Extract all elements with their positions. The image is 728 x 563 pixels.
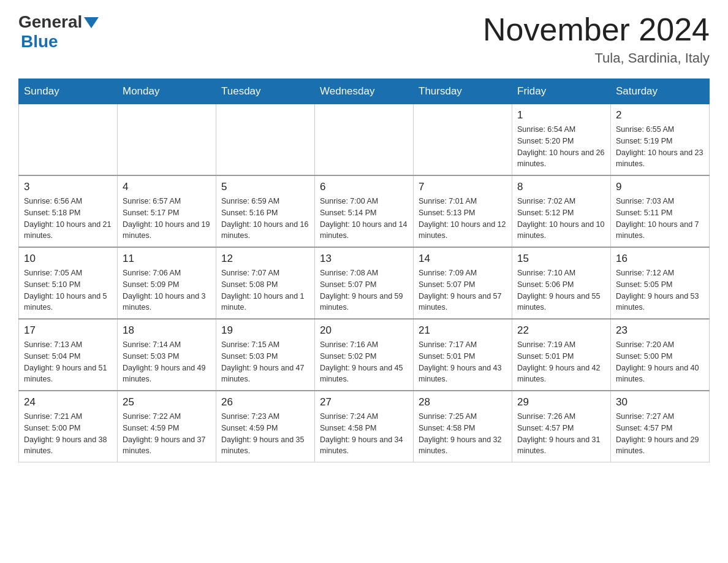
page-header: General Blue November 2024 Tula, Sardini… bbox=[18, 12, 710, 66]
day-info: Sunrise: 7:00 AM Sunset: 5:14 PM Dayligh… bbox=[320, 196, 408, 242]
title-area: November 2024 Tula, Sardinia, Italy bbox=[483, 12, 710, 66]
calendar-subtitle: Tula, Sardinia, Italy bbox=[483, 50, 710, 66]
day-info: Sunrise: 7:19 AM Sunset: 5:01 PM Dayligh… bbox=[517, 339, 605, 385]
day-number: 25 bbox=[123, 396, 211, 408]
logo-arrow-icon bbox=[84, 17, 99, 28]
day-info: Sunrise: 7:16 AM Sunset: 5:02 PM Dayligh… bbox=[320, 339, 408, 385]
calendar-cell: 6Sunrise: 7:00 AM Sunset: 5:14 PM Daylig… bbox=[315, 175, 414, 247]
calendar-cell: 9Sunrise: 7:03 AM Sunset: 5:11 PM Daylig… bbox=[611, 175, 710, 247]
calendar-cell: 11Sunrise: 7:06 AM Sunset: 5:09 PM Dayli… bbox=[118, 247, 216, 319]
calendar-week-row: 17Sunrise: 7:13 AM Sunset: 5:04 PM Dayli… bbox=[19, 319, 710, 391]
day-of-week-header: Wednesday bbox=[315, 79, 414, 104]
day-info: Sunrise: 7:15 AM Sunset: 5:03 PM Dayligh… bbox=[221, 339, 309, 385]
calendar-cell: 20Sunrise: 7:16 AM Sunset: 5:02 PM Dayli… bbox=[315, 319, 414, 391]
calendar-week-row: 1Sunrise: 6:54 AM Sunset: 5:20 PM Daylig… bbox=[19, 104, 710, 176]
day-number: 21 bbox=[419, 324, 507, 337]
day-number: 30 bbox=[616, 396, 704, 408]
calendar-cell: 23Sunrise: 7:20 AM Sunset: 5:00 PM Dayli… bbox=[611, 319, 710, 391]
day-info: Sunrise: 7:27 AM Sunset: 4:57 PM Dayligh… bbox=[616, 411, 704, 457]
logo-general-text: General bbox=[18, 12, 82, 32]
calendar-cell bbox=[216, 104, 315, 176]
day-number: 9 bbox=[616, 181, 704, 193]
day-of-week-header: Saturday bbox=[611, 79, 710, 104]
day-info: Sunrise: 7:22 AM Sunset: 4:59 PM Dayligh… bbox=[123, 411, 211, 457]
day-number: 8 bbox=[517, 181, 605, 193]
day-info: Sunrise: 7:07 AM Sunset: 5:08 PM Dayligh… bbox=[221, 267, 309, 313]
calendar-cell: 7Sunrise: 7:01 AM Sunset: 5:13 PM Daylig… bbox=[414, 175, 512, 247]
day-of-week-header: Sunday bbox=[19, 79, 118, 104]
day-number: 14 bbox=[419, 253, 507, 265]
day-number: 18 bbox=[123, 324, 211, 337]
calendar-cell bbox=[118, 104, 216, 176]
day-info: Sunrise: 7:10 AM Sunset: 5:06 PM Dayligh… bbox=[517, 267, 605, 313]
calendar-cell: 2Sunrise: 6:55 AM Sunset: 5:19 PM Daylig… bbox=[611, 104, 710, 176]
day-info: Sunrise: 6:59 AM Sunset: 5:16 PM Dayligh… bbox=[221, 196, 309, 242]
calendar-cell: 13Sunrise: 7:08 AM Sunset: 5:07 PM Dayli… bbox=[315, 247, 414, 319]
day-info: Sunrise: 7:24 AM Sunset: 4:58 PM Dayligh… bbox=[320, 411, 408, 457]
calendar-header-row: SundayMondayTuesdayWednesdayThursdayFrid… bbox=[19, 79, 710, 104]
day-number: 29 bbox=[517, 396, 605, 408]
calendar-cell: 15Sunrise: 7:10 AM Sunset: 5:06 PM Dayli… bbox=[512, 247, 611, 319]
calendar-cell: 25Sunrise: 7:22 AM Sunset: 4:59 PM Dayli… bbox=[118, 391, 216, 462]
calendar-cell bbox=[19, 104, 118, 176]
day-number: 24 bbox=[24, 396, 112, 408]
day-number: 1 bbox=[517, 109, 605, 121]
day-number: 3 bbox=[24, 181, 112, 193]
calendar-cell: 4Sunrise: 6:57 AM Sunset: 5:17 PM Daylig… bbox=[118, 175, 216, 247]
calendar-cell: 29Sunrise: 7:26 AM Sunset: 4:57 PM Dayli… bbox=[512, 391, 611, 462]
calendar-week-row: 3Sunrise: 6:56 AM Sunset: 5:18 PM Daylig… bbox=[19, 175, 710, 247]
calendar-cell: 12Sunrise: 7:07 AM Sunset: 5:08 PM Dayli… bbox=[216, 247, 315, 319]
calendar-title: November 2024 bbox=[483, 12, 710, 47]
day-number: 16 bbox=[616, 253, 704, 265]
day-of-week-header: Monday bbox=[118, 79, 216, 104]
calendar-cell: 28Sunrise: 7:25 AM Sunset: 4:58 PM Dayli… bbox=[414, 391, 512, 462]
calendar-cell: 16Sunrise: 7:12 AM Sunset: 5:05 PM Dayli… bbox=[611, 247, 710, 319]
day-number: 20 bbox=[320, 324, 408, 337]
calendar-week-row: 24Sunrise: 7:21 AM Sunset: 5:00 PM Dayli… bbox=[19, 391, 710, 462]
calendar-cell: 3Sunrise: 6:56 AM Sunset: 5:18 PM Daylig… bbox=[19, 175, 118, 247]
day-info: Sunrise: 7:08 AM Sunset: 5:07 PM Dayligh… bbox=[320, 267, 408, 313]
logo-text: General bbox=[18, 12, 99, 32]
logo-blue-text: Blue bbox=[21, 32, 58, 51]
calendar-cell: 17Sunrise: 7:13 AM Sunset: 5:04 PM Dayli… bbox=[19, 319, 118, 391]
day-info: Sunrise: 7:20 AM Sunset: 5:00 PM Dayligh… bbox=[616, 339, 704, 385]
day-number: 23 bbox=[616, 324, 704, 337]
day-info: Sunrise: 7:01 AM Sunset: 5:13 PM Dayligh… bbox=[419, 196, 507, 242]
day-info: Sunrise: 7:25 AM Sunset: 4:58 PM Dayligh… bbox=[419, 411, 507, 457]
day-info: Sunrise: 7:17 AM Sunset: 5:01 PM Dayligh… bbox=[419, 339, 507, 385]
day-info: Sunrise: 7:12 AM Sunset: 5:05 PM Dayligh… bbox=[616, 267, 704, 313]
calendar-cell: 21Sunrise: 7:17 AM Sunset: 5:01 PM Dayli… bbox=[414, 319, 512, 391]
day-info: Sunrise: 7:05 AM Sunset: 5:10 PM Dayligh… bbox=[24, 267, 112, 313]
day-info: Sunrise: 7:03 AM Sunset: 5:11 PM Dayligh… bbox=[616, 196, 704, 242]
day-info: Sunrise: 7:09 AM Sunset: 5:07 PM Dayligh… bbox=[419, 267, 507, 313]
calendar-table: SundayMondayTuesdayWednesdayThursdayFrid… bbox=[18, 79, 710, 462]
day-of-week-header: Thursday bbox=[414, 79, 512, 104]
day-number: 12 bbox=[221, 253, 309, 265]
day-info: Sunrise: 7:26 AM Sunset: 4:57 PM Dayligh… bbox=[517, 411, 605, 457]
calendar-cell: 27Sunrise: 7:24 AM Sunset: 4:58 PM Dayli… bbox=[315, 391, 414, 462]
calendar-cell: 30Sunrise: 7:27 AM Sunset: 4:57 PM Dayli… bbox=[611, 391, 710, 462]
day-info: Sunrise: 7:02 AM Sunset: 5:12 PM Dayligh… bbox=[517, 196, 605, 242]
day-number: 5 bbox=[221, 181, 309, 193]
logo: General Blue bbox=[18, 12, 99, 52]
day-number: 13 bbox=[320, 253, 408, 265]
calendar-cell: 10Sunrise: 7:05 AM Sunset: 5:10 PM Dayli… bbox=[19, 247, 118, 319]
day-info: Sunrise: 7:14 AM Sunset: 5:03 PM Dayligh… bbox=[123, 339, 211, 385]
day-info: Sunrise: 7:06 AM Sunset: 5:09 PM Dayligh… bbox=[123, 267, 211, 313]
day-number: 11 bbox=[123, 253, 211, 265]
day-info: Sunrise: 6:56 AM Sunset: 5:18 PM Dayligh… bbox=[24, 196, 112, 242]
calendar-cell bbox=[315, 104, 414, 176]
day-number: 27 bbox=[320, 396, 408, 408]
calendar-week-row: 10Sunrise: 7:05 AM Sunset: 5:10 PM Dayli… bbox=[19, 247, 710, 319]
day-number: 17 bbox=[24, 324, 112, 337]
day-info: Sunrise: 7:21 AM Sunset: 5:00 PM Dayligh… bbox=[24, 411, 112, 457]
day-info: Sunrise: 6:57 AM Sunset: 5:17 PM Dayligh… bbox=[123, 196, 211, 242]
calendar-cell: 26Sunrise: 7:23 AM Sunset: 4:59 PM Dayli… bbox=[216, 391, 315, 462]
day-number: 28 bbox=[419, 396, 507, 408]
day-number: 10 bbox=[24, 253, 112, 265]
day-info: Sunrise: 6:54 AM Sunset: 5:20 PM Dayligh… bbox=[517, 124, 605, 170]
calendar-cell: 1Sunrise: 6:54 AM Sunset: 5:20 PM Daylig… bbox=[512, 104, 611, 176]
calendar-cell: 18Sunrise: 7:14 AM Sunset: 5:03 PM Dayli… bbox=[118, 319, 216, 391]
calendar-cell: 14Sunrise: 7:09 AM Sunset: 5:07 PM Dayli… bbox=[414, 247, 512, 319]
calendar-cell: 22Sunrise: 7:19 AM Sunset: 5:01 PM Dayli… bbox=[512, 319, 611, 391]
